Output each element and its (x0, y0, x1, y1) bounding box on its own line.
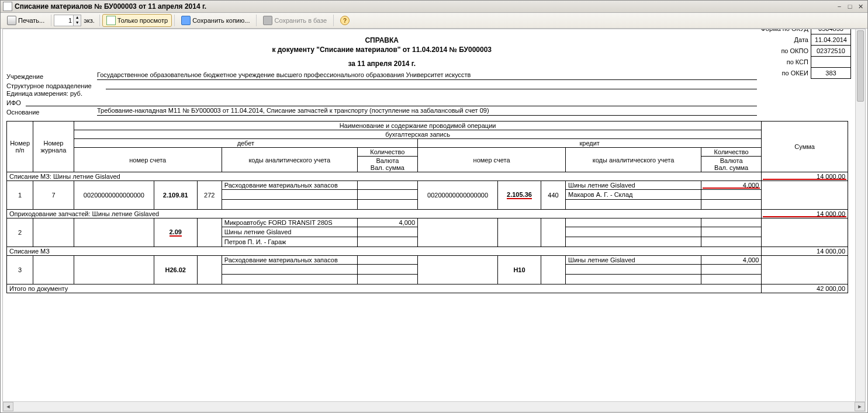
report-sheet: СПРАВКА к документу "Списание материалов… (3, 29, 856, 402)
th-account-c: номер счета (418, 148, 566, 172)
th-account-d: номер счета (74, 148, 222, 172)
th-currency-d: ВалютаВал. сумма (357, 157, 417, 172)
row-num: 3 (7, 256, 33, 284)
credit-acc1: 00200000000000000 (418, 181, 498, 210)
print-label: Печать... (18, 17, 44, 24)
entries-table: Номер п/п Номер журнала Наименование и с… (6, 121, 848, 293)
org-value: Государственное образовательное бюджетно… (97, 71, 757, 80)
toolbar-separator (174, 15, 175, 26)
toolbar-separator (333, 15, 334, 26)
close-button[interactable]: ✕ (856, 2, 865, 11)
maximize-button[interactable]: □ (845, 2, 855, 11)
copies-up[interactable]: ▲ (73, 15, 81, 20)
th-credit: кредит (418, 139, 762, 148)
debit-acc1: 00200000000000000 (74, 181, 154, 210)
credit-analytic: Шины летние Gislaved (566, 256, 701, 265)
codes-label: Дата (757, 34, 811, 46)
vertical-scroll-thumb[interactable] (857, 30, 864, 102)
printer-icon (7, 16, 16, 25)
th-analytic-c: коды аналитического учета (566, 148, 701, 172)
horizontal-scrollbar[interactable]: ◄ ► (2, 401, 866, 412)
codes-value: 02372510 (811, 46, 850, 57)
table-icon (106, 16, 116, 25)
credit-acc2: 2.105.36 (498, 181, 541, 210)
database-save-icon (263, 16, 272, 25)
section-sum: 14 000,00 (762, 210, 848, 218)
help-button[interactable]: ? (336, 14, 354, 27)
codes-table: КОДЫ Форма по ОКУД0504833 Дата11.04.2014… (757, 29, 851, 79)
save-copy-label: Сохранить копию... (192, 17, 250, 24)
th-sum: Сумма (762, 122, 848, 172)
toolbar: Печать... ▲ ▼ экз. Только просмотр Сохра… (1, 13, 867, 29)
copies-stepper[interactable]: ▲ ▼ (54, 15, 81, 26)
help-icon: ? (340, 16, 350, 25)
horizontal-scroll-track[interactable] (13, 402, 855, 411)
basis-label: Основание (6, 109, 97, 116)
toolbar-separator (256, 15, 257, 26)
row-num: 1 (7, 181, 33, 210)
codes-label: по ОКПО (757, 46, 811, 57)
th-num: Номер п/п (7, 122, 33, 172)
row-num: 2 (7, 218, 33, 247)
print-button[interactable]: Печать... (3, 14, 49, 27)
th-qty-d: Количество (357, 148, 417, 157)
dept-value (106, 81, 757, 89)
codes-value: 0504833 (811, 29, 850, 34)
section-title: Списание МЗ (7, 247, 762, 256)
debit-analytic: Микроавтобус FORD TRANSIT 280S (222, 218, 357, 227)
view-only-button[interactable]: Только просмотр (102, 14, 172, 27)
th-debit: дебет (74, 139, 417, 148)
debit-acc3: 272 (197, 181, 222, 210)
debit-analytic: Расходование материальных запасов (222, 256, 357, 265)
scroll-left-button[interactable]: ◄ (3, 402, 13, 411)
document-icon (3, 2, 12, 11)
th-entry: бухгалтерская запись (74, 130, 762, 139)
ifo-label: ИФО (6, 99, 26, 106)
codes-value: 11.04.2014 (811, 34, 850, 46)
credit-acc3: 440 (541, 181, 565, 210)
section-sum: 14 000,00 (762, 172, 848, 181)
th-journal: Номер журнала (33, 122, 74, 172)
window: Списание материалов № БУ000003 от 11 апр… (0, 0, 868, 413)
th-operation: Наименование и содержание проводимой опе… (74, 122, 762, 130)
scroll-right-button[interactable]: ► (855, 402, 865, 411)
save-db-label: Сохранить в базе (274, 17, 327, 24)
section-sum: 14 000,00 (762, 247, 848, 256)
copies-down[interactable]: ▼ (73, 20, 81, 26)
th-qty-c: Количество (701, 148, 761, 157)
copies-input[interactable] (54, 17, 73, 24)
row-sum (762, 181, 848, 210)
row-qty: 4,000 (701, 256, 761, 265)
credit-analytic: Шины летние Gislaved (566, 181, 701, 190)
save-icon (181, 16, 191, 25)
minimize-button[interactable]: − (835, 2, 844, 11)
credit-acc2: Н10 (498, 256, 541, 284)
th-analytic-d: коды аналитического учета (222, 148, 357, 172)
unit-label: Единица измерения: руб. (6, 90, 87, 97)
total-label: Итого по документу (7, 284, 762, 293)
debit-acc2: 2.09 (154, 218, 197, 247)
copies-unit: экз. (84, 17, 95, 24)
th-currency-c: ВалютаВал. сумма (701, 157, 761, 172)
save-db-button[interactable]: Сохранить в базе (259, 14, 331, 27)
window-title: Списание материалов № БУ000003 от 11 апр… (15, 2, 834, 11)
codes-label: Форма по ОКУД (757, 29, 811, 34)
report-subtitle: к документу "Списание материалов" от 11.… (6, 46, 757, 54)
section-title: Списание МЗ: Шины летние Gislaved (7, 172, 762, 181)
save-copy-button[interactable]: Сохранить копию... (177, 14, 254, 27)
section-title: Оприходование запчастей: Шины летние Gis… (7, 210, 762, 218)
dept-label: Структурное подразделение (6, 82, 106, 89)
debit-acc2: 2.109.81 (154, 181, 197, 210)
codes-label: по ОКЕИ (757, 68, 811, 79)
codes-value: 383 (811, 68, 850, 79)
report-title: СПРАВКА (6, 36, 757, 44)
row-journal: 7 (33, 181, 74, 210)
row-journal (33, 218, 74, 247)
row-qty: 4,000 (357, 218, 417, 227)
vertical-scrollbar[interactable] (855, 29, 865, 402)
row-qty: 4,000 (701, 181, 761, 190)
org-label: Учреждение (6, 73, 97, 80)
debit-analytic: Расходование материальных запасов (222, 181, 357, 190)
view-only-label: Только просмотр (117, 17, 168, 24)
total-sum: 42 000,00 (762, 284, 848, 293)
